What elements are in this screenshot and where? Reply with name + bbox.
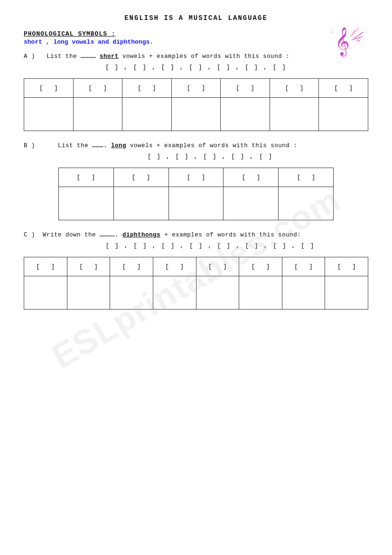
section-b-cell-h5: [ ] xyxy=(279,168,334,187)
section-a-data-2[interactable] xyxy=(73,98,122,131)
section-c-table: [ ] [ ] [ ] [ ] [ ] [ ] [ ] [ ] xyxy=(24,257,368,310)
section-c-data-8[interactable] xyxy=(325,276,368,310)
section-b-label: B ) xyxy=(24,142,35,149)
section-c-data-1[interactable] xyxy=(24,276,67,310)
section-a-dots: ………… xyxy=(81,53,100,60)
section-b-rest: vowels + examples of words with this sou… xyxy=(130,142,297,149)
section-b-cell-h2: [ ] xyxy=(113,168,168,187)
section-a-data-row xyxy=(24,98,368,131)
section-c-label: C ) xyxy=(24,232,35,238)
section-a-cell-h4: [ ] xyxy=(171,79,221,98)
section-b-cell-h4: [ ] xyxy=(224,168,279,187)
section-a-list: List the xyxy=(47,53,77,60)
section-b-data-2[interactable] xyxy=(113,187,168,220)
section-a-instruction: A ) List the ………… short vowels + example… xyxy=(24,53,368,60)
header-section: 𝄞 ♪ ♫ ♩ PHONOLOGICAL SYMBOLS : short , l… xyxy=(24,30,368,46)
page-title: ENGLISH IS A MUSICAL LANGUAGE xyxy=(24,14,368,22)
section-a-header-row: [ ] [ ] [ ] [ ] [ ] [ ] [ ] xyxy=(24,79,368,98)
section-c-cell-h7: [ ] xyxy=(282,257,325,276)
section-a-data-1[interactable] xyxy=(24,98,74,131)
section-c-data-4[interactable] xyxy=(153,276,196,310)
section-c-brackets: [ ] , [ ] , [ ] , [ ] , [ ] , [ ] , [ ] … xyxy=(52,242,368,249)
section-c-cell-h8: [ ] xyxy=(325,257,368,276)
section-a-brackets: [ ] , [ ] , [ ] , [ ] , [ ] , [ ] , [ ] xyxy=(24,64,368,71)
section-b-table: [ ] [ ] [ ] [ ] [ ] xyxy=(58,168,334,220)
section-b-list: List the xyxy=(58,142,88,149)
section-c-cell-h4: [ ] xyxy=(153,257,196,276)
section-a-cell-h7: [ ] xyxy=(319,79,368,98)
section-b-keyword: long xyxy=(111,142,126,149)
section-a-cell-h5: [ ] xyxy=(221,79,270,98)
section-b-data-4[interactable] xyxy=(224,187,279,220)
section-c-instruction: C ) Write down the …………. diphthongs + ex… xyxy=(24,232,368,238)
section-c-rest: + examples of words with this sound: xyxy=(164,232,301,238)
section-c-cell-h6: [ ] xyxy=(239,257,282,276)
phonological-title: PHONOLOGICAL SYMBOLS : xyxy=(24,30,368,38)
section-c-data-row xyxy=(24,276,368,310)
section-b-data-3[interactable] xyxy=(168,187,224,220)
section-c-cell-h1: [ ] xyxy=(24,257,67,276)
section-b-cell-h1: [ ] xyxy=(58,168,113,187)
section-a-label: A ) xyxy=(24,53,35,60)
section-c-cell-h3: [ ] xyxy=(110,257,153,276)
svg-text:♩: ♩ xyxy=(330,28,334,35)
section-c-cell-h2: [ ] xyxy=(67,257,110,276)
section-b-header-row: [ ] [ ] [ ] [ ] [ ] xyxy=(58,168,334,187)
section-a-rest: vowels + examples of words with this sou… xyxy=(122,53,289,60)
section-c-header-row: [ ] [ ] [ ] [ ] [ ] [ ] [ ] [ ] xyxy=(24,257,368,276)
section-c-cell-h5: [ ] xyxy=(196,257,239,276)
section-a-cell-h1: [ ] xyxy=(24,79,74,98)
section-a-data-5[interactable] xyxy=(221,98,270,131)
section-a-data-6[interactable] xyxy=(270,98,319,131)
section-b-instruction: B ) List the ………. long vowels + examples… xyxy=(24,142,368,149)
section-a-cell-h2: [ ] xyxy=(73,79,122,98)
section-a-cell-h6: [ ] xyxy=(270,79,319,98)
section-c-data-2[interactable] xyxy=(67,276,110,310)
section-c-keyword: diphthongs xyxy=(122,232,160,238)
section-b-cell-h3: [ ] xyxy=(168,168,224,187)
section-a-data-4[interactable] xyxy=(171,98,221,131)
section-b-dots: ………. xyxy=(92,142,111,149)
section-b-data-5[interactable] xyxy=(279,187,334,220)
section-c: C ) Write down the …………. diphthongs + ex… xyxy=(24,232,368,310)
section-a-keyword: short xyxy=(100,53,119,60)
section-c-write: Write down the xyxy=(43,232,96,238)
section-a-cell-h3: [ ] xyxy=(122,79,172,98)
section-a-data-7[interactable] xyxy=(319,98,368,131)
section-c-data-6[interactable] xyxy=(239,276,282,310)
section-b: B ) List the ………. long vowels + examples… xyxy=(24,142,368,220)
music-icon: 𝄞 ♪ ♫ ♩ xyxy=(326,23,368,61)
section-a-table: [ ] [ ] [ ] [ ] [ ] [ ] [ ] xyxy=(24,78,368,131)
section-b-data-row xyxy=(58,187,334,220)
section-b-brackets: [ ] , [ ] , [ ] , [ ] , [ ] xyxy=(52,153,368,160)
section-a: A ) List the ………… short vowels + example… xyxy=(24,53,368,131)
svg-text:𝄞: 𝄞 xyxy=(335,27,350,57)
section-a-data-3[interactable] xyxy=(122,98,172,131)
section-c-data-3[interactable] xyxy=(110,276,153,310)
section-c-dots: …………. xyxy=(100,232,122,238)
section-b-data-1[interactable] xyxy=(58,187,113,220)
section-c-data-5[interactable] xyxy=(196,276,239,310)
section-c-data-7[interactable] xyxy=(282,276,325,310)
subtitle: short , long vowels and diphthongs. xyxy=(24,38,368,46)
